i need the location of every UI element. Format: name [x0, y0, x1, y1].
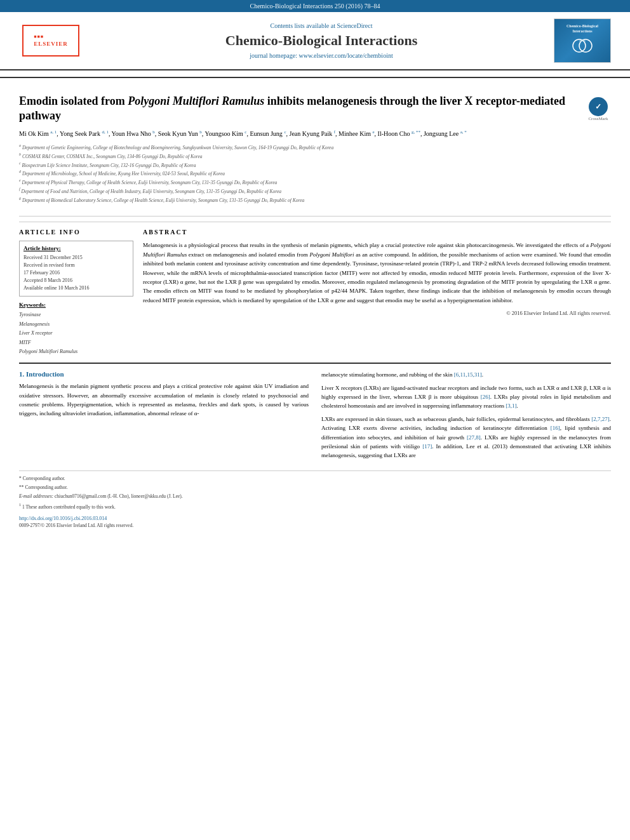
- introduction-text-right: melanocyte stimulating hormone, and rubb…: [321, 370, 611, 460]
- authors-list: Mi Ok Kim a, 1, Yong Seek Park d, 1, You…: [19, 129, 586, 139]
- keywords-section: Keywords: Tyrosinase Melanogenesis Liver…: [19, 302, 133, 356]
- crossmark-label: CrossMark: [588, 116, 608, 121]
- journal-homepage[interactable]: journal homepage: www.elsevier.com/locat…: [89, 52, 554, 59]
- keyword-polygoni: Polygoni Multiflori Ramulus: [19, 347, 133, 356]
- paper-title-section: Emodin isolated from Polygoni Multiflori…: [19, 94, 611, 210]
- revised-label: Received in revised form: [23, 262, 129, 269]
- intro-divider: [19, 363, 611, 364]
- accepted-date: Accepted 8 March 2016: [23, 277, 129, 284]
- issn-line: 0009-2797/© 2016 Elsevier Ireland Ltd. A…: [19, 523, 611, 528]
- sciencedirect-link[interactable]: Contents lists available at ScienceDirec…: [89, 22, 554, 29]
- publisher-logo-section: ■■■ ELSEVIER: [13, 25, 89, 57]
- keyword-melanogenesis: Melanogenesis: [19, 320, 133, 329]
- content-divider: [19, 216, 611, 217]
- corresponding-author-1: * Corresponding author.: [19, 475, 611, 483]
- corresponding-author-2: ** Corresponding author.: [19, 484, 611, 491]
- article-info-panel: ARTICLE INFO Article history: Received 3…: [19, 229, 133, 356]
- equal-contribution: 1 1 These authors contributed equally to…: [19, 502, 611, 511]
- crossmark-badge: ✓: [589, 97, 608, 116]
- received-date: Received 31 December 2015: [23, 254, 129, 262]
- article-info-heading: ARTICLE INFO: [19, 229, 133, 236]
- revised-date: 17 February 2016: [23, 269, 129, 277]
- main-content: Emodin isolated from Polygoni Multiflori…: [0, 84, 630, 538]
- introduction-title: 1. Introduction: [19, 370, 309, 378]
- cover-thumbnail: Chemico-Biological Interactions: [554, 18, 611, 63]
- paper-title-container: Emodin isolated from Polygoni Multiflori…: [19, 94, 586, 210]
- abstract-heading: ABSTRACT: [143, 229, 611, 236]
- footnotes-section: * Corresponding author. ** Corresponding…: [19, 470, 611, 511]
- doi-link[interactable]: http://dx.doi.org/10.1016/j.cbi.2016.03.…: [19, 516, 107, 521]
- affiliations-list: a Department of Genetic Engineering, Col…: [19, 143, 586, 203]
- article-history-title: Article history:: [23, 245, 129, 251]
- journal-citation-bar: Chemico-Biological Interactions 250 (201…: [0, 0, 630, 12]
- doi-section: http://dx.doi.org/10.1016/j.cbi.2016.03.…: [19, 516, 611, 528]
- keyword-tyrosinase: Tyrosinase: [19, 310, 133, 319]
- journal-header: ■■■ ELSEVIER Contents lists available at…: [0, 12, 630, 70]
- paper-title: Emodin isolated from Polygoni Multiflori…: [19, 94, 586, 124]
- keyword-liver-x-receptor: Liver X receptor: [19, 329, 133, 338]
- online-date: Available online 10 March 2016: [23, 284, 129, 292]
- journal-title: Chemico-Biological Interactions: [89, 32, 554, 49]
- keywords-title: Keywords:: [19, 302, 133, 308]
- abstract-panel: ABSTRACT Melanogenesis is a physiologica…: [143, 229, 611, 356]
- abstract-text: Melanogenesis is a physiological process…: [143, 241, 611, 305]
- journal-title-section: Contents lists available at ScienceDirec…: [89, 22, 554, 59]
- journal-citation-text: Chemico-Biological Interactions 250 (201…: [250, 3, 380, 10]
- introduction-right-column: melanocyte stimulating hormone, and rubb…: [321, 370, 611, 464]
- keyword-mitf: MITF: [19, 338, 133, 347]
- article-history-box: Article history: Received 31 December 20…: [19, 241, 133, 297]
- article-body: ARTICLE INFO Article history: Received 3…: [19, 222, 611, 356]
- email-addresses: E-mail addresses: chiuchun0716@gmail.com…: [19, 493, 611, 500]
- header-divider: [0, 77, 630, 78]
- crossmark-section[interactable]: ✓ CrossMark: [586, 94, 611, 210]
- journal-cover-image: Chemico-Biological Interactions: [554, 18, 617, 63]
- copyright-notice: © 2016 Elsevier Ireland Ltd. All rights …: [143, 310, 611, 316]
- elsevier-logo: ■■■ ELSEVIER: [22, 25, 79, 57]
- introduction-left-column: 1. Introduction Melanogenesis is the mel…: [19, 370, 309, 464]
- introduction-text-left: Melanogenesis is the melanin pigment syn…: [19, 382, 309, 418]
- introduction-section: 1. Introduction Melanogenesis is the mel…: [19, 370, 611, 464]
